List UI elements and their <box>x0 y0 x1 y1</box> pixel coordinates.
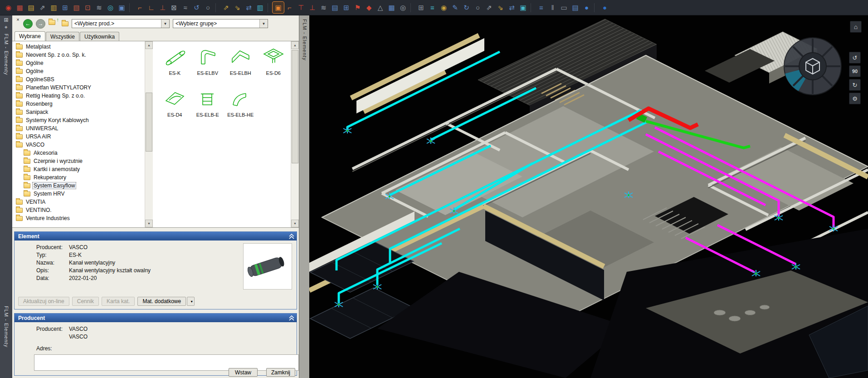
draw-down-icon[interactable]: ⇘ <box>232 2 243 13</box>
home-icon[interactable]: ⌂ <box>850 21 862 33</box>
scroll-down-icon[interactable]: ▼ <box>145 220 153 227</box>
chevron-down-icon[interactable]: ▼ <box>259 20 268 28</box>
scrollbar-thumb[interactable] <box>292 50 298 163</box>
view-dot-icon[interactable]: ● <box>599 2 610 13</box>
duct-run-icon[interactable]: ⊥ <box>157 2 168 13</box>
plot-style-icon[interactable]: ◉ <box>3 2 14 13</box>
flex-duct-icon[interactable]: ≋ <box>318 2 329 13</box>
duct-angle-icon[interactable]: ∟ <box>146 2 157 13</box>
tree-item[interactable]: System HRV <box>12 190 145 198</box>
parameters-icon[interactable]: ▥ <box>254 2 266 13</box>
product-ES-D4[interactable]: ES-D4 <box>158 88 191 130</box>
node-icon[interactable]: ◆ <box>363 2 375 13</box>
group-combobox[interactable]: <Wybierz grupę> ▼ <box>173 19 268 28</box>
duct-tee-icon[interactable]: ⊤ <box>295 2 307 13</box>
stack-icon[interactable]: ▤ <box>570 2 581 13</box>
angle-90-icon[interactable]: 90 <box>849 65 861 77</box>
close-button[interactable]: Zamknij <box>266 368 295 377</box>
pin-icon[interactable]: ⌖ <box>5 24 8 30</box>
tree-item[interactable]: Czerpnie i wyrzutnie <box>12 157 145 165</box>
panel-icon[interactable]: ▦ <box>386 2 397 13</box>
mat-dodatkowe-button[interactable]: Mat. dodatkowe <box>137 297 186 306</box>
navigation-wheel[interactable] <box>782 36 843 97</box>
insert-button[interactable]: Wstaw <box>229 368 258 377</box>
tree-item[interactable]: Neovent Sp. z o.o. Sp. k. <box>12 51 145 59</box>
karta-kat--button[interactable]: Karta kat. <box>102 297 135 306</box>
grid2-icon[interactable]: ⊞ <box>415 2 427 13</box>
diameter-icon[interactable]: ◎ <box>105 2 116 13</box>
pipe-run-icon[interactable]: ≋ <box>93 2 105 13</box>
scroll-down-icon[interactable]: ▼ <box>291 220 299 227</box>
product-ES-D6[interactable]: ES-D6 <box>257 47 290 88</box>
tree-item[interactable]: Rosenberg <box>12 100 145 108</box>
duct-horizontal-icon[interactable]: ⌐ <box>284 2 295 13</box>
product-ES-ELBH[interactable]: ES-ELBH <box>224 47 257 88</box>
hammer-icon[interactable]: ⊠ <box>168 2 180 13</box>
circle-ref-icon[interactable]: ○ <box>202 2 214 13</box>
batch-export-icon[interactable]: ▤ <box>25 2 37 13</box>
settings-icon[interactable]: ⚙ <box>849 93 861 104</box>
up-folder-icon[interactable]: ↑ <box>49 20 58 27</box>
duct-cross-icon[interactable]: ⊥ <box>307 2 318 13</box>
left-dock-tab-top[interactable]: FLM - Elementy <box>4 34 9 75</box>
aktualizuj-on-line-button[interactable]: Aktualizuj on-line <box>18 297 69 306</box>
back-icon[interactable]: ← <box>23 19 33 29</box>
forward-icon[interactable]: → <box>36 19 45 29</box>
flex-icon[interactable]: ≈ <box>180 2 191 13</box>
divider-icon[interactable]: ‖ <box>547 2 558 13</box>
export-icon[interactable]: ⇗ <box>37 2 48 13</box>
tree-item[interactable]: VENTIA <box>12 198 145 206</box>
tree-item[interactable]: URSA AIR <box>12 133 145 141</box>
rect-icon[interactable]: ▭ <box>558 2 570 13</box>
tree-item[interactable]: VASCO <box>12 141 145 149</box>
publish-icon[interactable]: ▦ <box>14 2 25 13</box>
render-sphere-icon[interactable]: ● <box>581 2 592 13</box>
rotate-left-icon[interactable]: ↺ <box>191 2 202 13</box>
element-section-header[interactable]: Element <box>15 232 297 241</box>
layers-icon[interactable]: ▤ <box>329 2 341 13</box>
pencil-icon[interactable]: ✎ <box>449 2 461 13</box>
open-folder-icon[interactable] <box>62 21 68 26</box>
tree-item[interactable]: Ogólne <box>12 59 145 67</box>
tower-icon[interactable]: ▣ <box>116 2 127 13</box>
markup-icon[interactable]: ▧ <box>71 2 82 13</box>
tree-item[interactable]: UNIWERSAL <box>12 124 145 133</box>
collapse-chevron-icon[interactable] <box>288 315 295 321</box>
table-icon[interactable]: ⊞ <box>59 2 71 13</box>
p-box-icon[interactable]: ▣ <box>517 2 529 13</box>
tree-item[interactable]: Rekuperatory <box>12 173 145 182</box>
tab-wszystkie[interactable]: Wszystkie <box>46 32 79 41</box>
triangle-icon[interactable]: △ <box>375 2 386 13</box>
product-ES-ELB-HE[interactable]: ES-ELB-HE <box>224 88 257 130</box>
block-icon[interactable]: ⊡ <box>82 2 93 13</box>
bolt-icon[interactable]: ◉ <box>438 2 449 13</box>
tree-item[interactable]: Ogólne <box>12 67 145 75</box>
settings-gray-icon[interactable]: ◎ <box>397 2 409 13</box>
expand-icon[interactable]: ⇄ <box>506 2 517 13</box>
tree-item[interactable]: Kartki i anemostaty <box>12 165 145 173</box>
tab-wybrane[interactable]: Wybrane <box>15 31 45 41</box>
circle2-icon[interactable]: ○ <box>472 2 483 13</box>
orbit-icon[interactable]: ↻ <box>461 2 472 13</box>
product-ES-ELB-E[interactable]: ES-ELB-E <box>191 88 224 130</box>
tree-item[interactable]: OgólneSBS <box>12 75 145 83</box>
orbit-left-icon[interactable]: ↺ <box>849 52 861 64</box>
producer-section-header[interactable]: Producent <box>15 314 297 322</box>
arrow-ne-icon[interactable]: ⇗ <box>483 2 495 13</box>
sheet-set-icon[interactable]: ▥ <box>48 2 59 13</box>
tree-item[interactable]: Sanipack <box>12 108 145 116</box>
collapse-chevron-icon[interactable] <box>288 234 295 239</box>
orbit-right-icon[interactable]: ↻ <box>849 79 861 91</box>
right-dock-tab[interactable]: FLM - Elementy <box>302 19 307 61</box>
tab-użytkownika[interactable]: Użytkownika <box>80 32 119 41</box>
menu-icon[interactable]: ≡ <box>536 2 547 13</box>
producer-combobox[interactable]: <Wybierz prod.> ▼ <box>72 19 170 28</box>
mat-dodatkowe-dropdown-button[interactable]: ▼ <box>187 297 195 306</box>
viewport-3d[interactable]: ⌂ ↺90↻⚙ <box>309 15 868 378</box>
scroll-up-icon[interactable]: ▲ <box>291 41 299 49</box>
product-ES-K[interactable]: ES-K <box>158 47 191 88</box>
chevron-down-icon[interactable]: ▼ <box>161 20 169 28</box>
list-icon[interactable]: ≡ <box>427 2 438 13</box>
draw-up-icon[interactable]: ⇗ <box>220 2 232 13</box>
tree-item[interactable]: Metalplast <box>12 43 145 51</box>
